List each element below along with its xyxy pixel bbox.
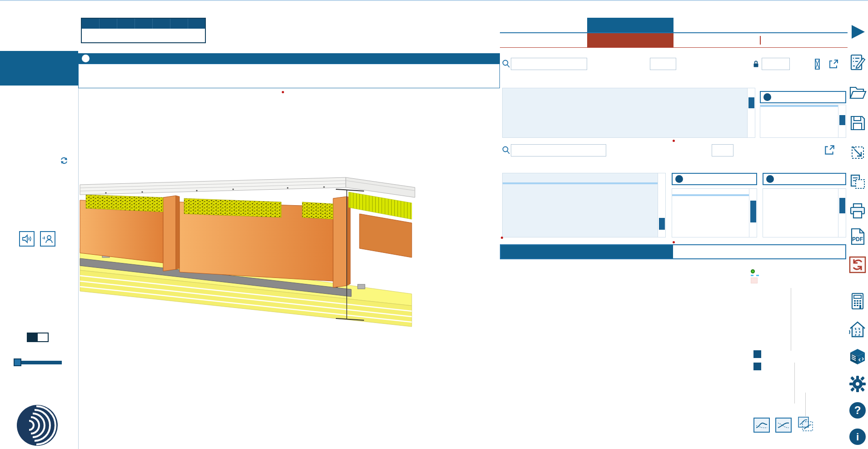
help-button[interactable]: ? <box>848 401 867 419</box>
infill-products-list <box>502 173 666 237</box>
tab-double[interactable] <box>587 18 673 32</box>
absorber-thickness-input[interactable] <box>712 145 733 156</box>
listener-button[interactable] <box>40 231 55 247</box>
infill-search-row <box>500 144 848 157</box>
sidebar-item-ceiling[interactable] <box>0 51 78 86</box>
opacity-slider[interactable] <box>14 358 64 367</box>
category-list-scrollbar[interactable] <box>749 189 757 237</box>
material-filter-header[interactable] <box>760 91 846 103</box>
speaker-button[interactable] <box>19 231 35 247</box>
collapse-chevron-icon[interactable] <box>763 93 771 101</box>
scroll-down-icon[interactable] <box>658 231 666 237</box>
show-flanking-limit-checkbox[interactable] <box>753 350 765 358</box>
curve-icon <box>755 420 768 430</box>
freq-value <box>135 29 152 43</box>
frame-list-scrollbar[interactable] <box>747 88 755 137</box>
svg-text:?: ? <box>854 404 861 416</box>
calculator-button[interactable] <box>848 292 867 310</box>
material-list-scrollbar[interactable] <box>838 105 846 137</box>
freq-header <box>81 18 99 29</box>
lock-icon[interactable] <box>753 60 759 68</box>
manufacturer-list-scrollbar[interactable] <box>838 189 846 237</box>
cube-icon <box>848 348 867 366</box>
frame-list-item[interactable] <box>503 94 747 96</box>
checkbox-filled-icon[interactable] <box>753 350 761 358</box>
frame-search-box <box>511 58 587 70</box>
print-button[interactable] <box>848 202 867 220</box>
infill-search-input[interactable] <box>514 146 573 154</box>
export-3d-button[interactable] <box>848 348 867 366</box>
red-marker-dot <box>673 241 675 243</box>
opacity-slider-track[interactable] <box>16 361 62 364</box>
construction-panel <box>500 14 848 449</box>
chart-style-button-2[interactable] <box>775 418 792 433</box>
scroll-down-icon[interactable] <box>748 131 755 137</box>
info-button[interactable]: i <box>848 428 867 446</box>
collapse-chevron-icon[interactable] <box>766 175 774 183</box>
info-icon: i <box>848 428 867 446</box>
opacity-slider-handle[interactable] <box>14 358 21 366</box>
freq-header <box>152 18 170 29</box>
collapse-chevron-icon[interactable] <box>82 55 90 62</box>
resize-button[interactable] <box>848 143 867 161</box>
component-tabs <box>501 33 846 47</box>
tab-frame-1[interactable] <box>587 33 673 47</box>
material-item[interactable] <box>760 109 838 111</box>
cavity-width-input[interactable] <box>762 58 789 70</box>
tab-panel-1[interactable] <box>501 33 587 47</box>
duplicate-button[interactable] <box>848 173 867 191</box>
tab-leak[interactable] <box>760 33 846 47</box>
manufacturer-item[interactable] <box>763 194 838 196</box>
layer-count-tabs <box>501 18 846 32</box>
infill-item-selected[interactable] <box>503 182 658 184</box>
red-marker-dot <box>282 91 284 93</box>
refresh-button[interactable] <box>848 256 867 274</box>
freq-value <box>99 29 117 43</box>
description-text <box>78 64 500 88</box>
collapse-chevron-icon[interactable] <box>675 175 683 183</box>
chart-style-button-1[interactable] <box>753 418 770 433</box>
infill-list-scrollbar[interactable] <box>658 173 665 237</box>
scroll-up-icon[interactable] <box>658 173 666 180</box>
manufacturer-filter-header[interactable] <box>763 173 846 185</box>
tab-chart[interactable] <box>501 245 673 258</box>
flanking-button[interactable] <box>848 320 867 338</box>
scroll-down-icon[interactable] <box>838 131 846 137</box>
edit-report-button[interactable] <box>848 53 867 71</box>
red-marker-dot <box>501 237 503 239</box>
view-mode-switch[interactable] <box>27 333 49 342</box>
tab-quad[interactable] <box>760 18 846 32</box>
external-link-icon[interactable] <box>828 59 839 70</box>
stud-spacing-input[interactable] <box>650 58 676 70</box>
sync-icon[interactable] <box>59 156 69 166</box>
auto-scale-checkbox[interactable] <box>753 363 765 370</box>
scroll-up-icon[interactable] <box>838 105 846 111</box>
stud-profile-icon[interactable] <box>813 59 821 70</box>
external-link-icon[interactable] <box>823 144 835 156</box>
freq-header <box>99 18 117 29</box>
tab-tables[interactable] <box>673 245 845 258</box>
scroll-down-icon[interactable] <box>749 231 757 237</box>
model-3d-viewport[interactable] <box>78 88 500 438</box>
copy-chart-button[interactable] <box>797 416 813 431</box>
scroll-down-icon[interactable] <box>838 231 846 237</box>
tab-triple[interactable] <box>673 18 760 32</box>
checkbox-x-icon[interactable] <box>753 363 761 370</box>
category-item-selected[interactable] <box>672 194 749 196</box>
legend-marker-icon <box>751 269 755 273</box>
tab-single[interactable] <box>501 18 587 32</box>
run-calculation-button[interactable] <box>848 23 867 41</box>
settings-button[interactable] <box>848 375 867 393</box>
frame-search-input[interactable] <box>514 60 573 67</box>
scroll-up-icon[interactable] <box>748 88 755 95</box>
play-icon <box>848 23 867 41</box>
legend-area-icon <box>751 277 758 283</box>
open-file-button[interactable] <box>848 84 867 102</box>
scroll-up-icon[interactable] <box>838 189 846 195</box>
export-pdf-button[interactable]: PDF <box>848 227 867 246</box>
category-filter-header[interactable] <box>672 173 757 185</box>
save-button[interactable] <box>848 114 867 132</box>
scroll-up-icon[interactable] <box>749 189 757 195</box>
copy-icon <box>848 173 867 191</box>
tab-panel-2[interactable] <box>673 33 760 47</box>
